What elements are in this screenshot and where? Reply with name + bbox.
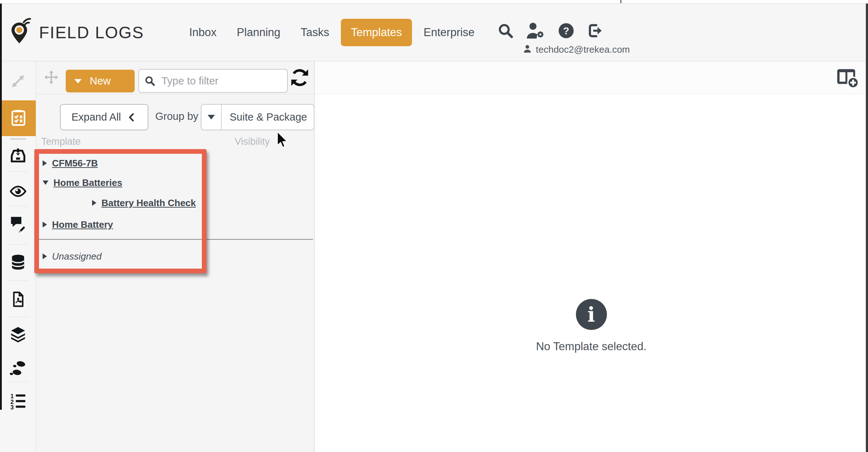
caret-right-icon[interactable] bbox=[43, 160, 47, 166]
templates-panel: New Expand All Group by Suite & Pa bbox=[36, 61, 314, 452]
file-pdf-icon[interactable] bbox=[0, 290, 36, 309]
move-icon[interactable] bbox=[43, 69, 59, 87]
brand-name: FIELD LOGS bbox=[39, 23, 144, 42]
caret-down-icon bbox=[74, 79, 82, 83]
layers-icon[interactable] bbox=[0, 325, 36, 343]
template-link[interactable]: Home Batteries bbox=[53, 177, 122, 188]
nav-item-templates[interactable]: Templates bbox=[341, 19, 412, 46]
panel-toolbar: New bbox=[36, 61, 314, 94]
empty-message: No Template selected. bbox=[536, 340, 646, 353]
window-left-edge bbox=[0, 4, 2, 410]
template-link[interactable]: Home Battery bbox=[52, 219, 113, 230]
expand-all-button[interactable]: Expand All bbox=[60, 104, 148, 130]
ordered-list-icon[interactable]: 1 2 3 bbox=[0, 393, 36, 411]
nav-item-tasks[interactable]: Tasks bbox=[292, 26, 338, 39]
columns-add-icon[interactable] bbox=[836, 66, 859, 91]
map-pin-signal-icon bbox=[9, 18, 34, 47]
sign-out-icon[interactable] bbox=[586, 22, 604, 39]
rail-divider bbox=[10, 138, 26, 140]
resize-icon[interactable] bbox=[0, 73, 36, 89]
magnifier-icon bbox=[144, 75, 156, 87]
person-icon bbox=[522, 44, 532, 55]
detail-toolbar bbox=[314, 61, 868, 94]
group-by-select[interactable]: Suite & Package bbox=[201, 104, 314, 130]
chevron-left-icon bbox=[127, 111, 137, 123]
footprints-icon[interactable] bbox=[0, 360, 36, 378]
group-divider bbox=[39, 239, 313, 240]
caret-right-icon[interactable] bbox=[92, 200, 96, 206]
detail-pane: i No Template selected. bbox=[314, 61, 868, 452]
list-number-3: 3 bbox=[10, 404, 13, 411]
rail-divider bbox=[8, 244, 28, 245]
user-account: techdoc2@trekea.com bbox=[522, 44, 630, 55]
user-gear-icon[interactable] bbox=[525, 22, 547, 40]
template-link[interactable]: Battery Health Check bbox=[101, 197, 196, 209]
save-icon[interactable] bbox=[0, 147, 36, 165]
rail-divider bbox=[8, 382, 28, 382]
clipboard-check-icon bbox=[9, 108, 28, 129]
question-glyph: ? bbox=[563, 25, 569, 36]
user-email: techdoc2@trekea.com bbox=[536, 44, 630, 55]
caret-right-icon[interactable] bbox=[43, 222, 47, 227]
tree-row-home-battery[interactable]: Home Battery bbox=[36, 217, 321, 232]
app-window: FIELD LOGS Inbox Planning Tasks Template… bbox=[0, 0, 868, 452]
filter-field bbox=[138, 69, 288, 93]
nav-item-planning[interactable]: Planning bbox=[228, 26, 289, 39]
primary-nav: Inbox Planning Tasks Templates Enterpris… bbox=[181, 4, 483, 61]
module-rail: 1 2 3 bbox=[0, 61, 36, 452]
info-icon: i bbox=[576, 299, 607, 330]
brand-logo[interactable]: FIELD LOGS bbox=[9, 17, 144, 48]
tree-row-unassigned[interactable]: Unassigned bbox=[36, 249, 321, 264]
search-icon[interactable] bbox=[497, 22, 514, 39]
nav-item-inbox[interactable]: Inbox bbox=[181, 26, 225, 39]
help-icon[interactable]: ? bbox=[557, 22, 575, 39]
database-icon[interactable] bbox=[0, 253, 36, 271]
top-navbar: FIELD LOGS Inbox Planning Tasks Template… bbox=[0, 4, 868, 61]
comment-edit-icon[interactable] bbox=[0, 214, 36, 233]
empty-state: i No Template selected. bbox=[314, 299, 868, 353]
group-by-value: Suite & Package bbox=[222, 105, 314, 130]
tree-row-home-batteries[interactable]: Home Batteries bbox=[36, 175, 321, 190]
column-header-visibility: Visibility bbox=[235, 136, 270, 147]
expand-all-label: Expand All bbox=[71, 111, 121, 123]
group-by-label: Group by bbox=[155, 110, 198, 122]
nav-item-enterprise[interactable]: Enterprise bbox=[415, 26, 483, 39]
window-top-strip bbox=[0, 0, 868, 4]
window-tab-divider bbox=[620, 0, 621, 3]
group-label[interactable]: Unassigned bbox=[52, 251, 101, 262]
tree-row-cfm56-7b[interactable]: CFM56-7B bbox=[36, 156, 321, 170]
template-link[interactable]: CFM56-7B bbox=[52, 158, 98, 169]
new-button[interactable]: New bbox=[66, 70, 135, 92]
rail-divider bbox=[8, 206, 28, 206]
caret-right-icon[interactable] bbox=[43, 253, 47, 259]
column-header-template: Template bbox=[41, 136, 81, 147]
eye-icon[interactable] bbox=[0, 183, 36, 200]
caret-down-icon[interactable] bbox=[43, 181, 48, 185]
info-glyph: i bbox=[587, 304, 595, 325]
refresh-icon[interactable] bbox=[290, 68, 310, 89]
filter-input[interactable] bbox=[161, 75, 270, 87]
rail-divider bbox=[8, 281, 28, 281]
rail-divider bbox=[8, 317, 28, 317]
window-right-edge bbox=[866, 4, 868, 452]
rail-divider bbox=[8, 171, 28, 172]
new-button-label: New bbox=[90, 75, 110, 87]
chevron-down-icon[interactable] bbox=[201, 105, 222, 130]
rail-item-templates-active[interactable] bbox=[1, 100, 36, 136]
